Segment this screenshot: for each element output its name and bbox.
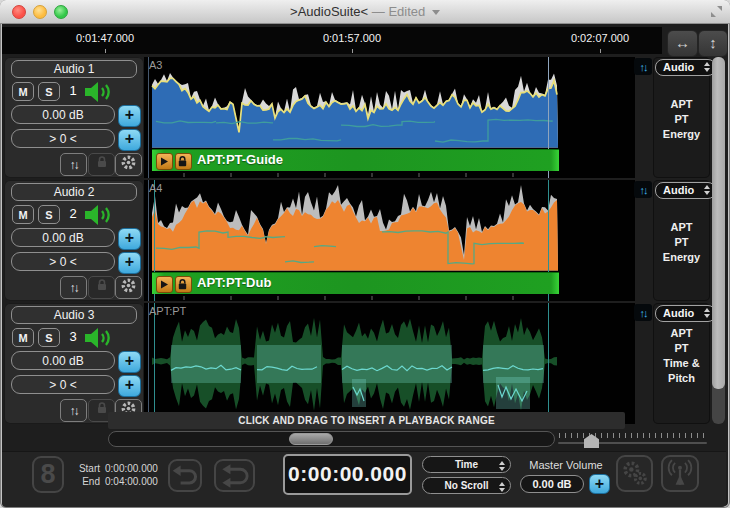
master-volume-plus-button[interactable]: + xyxy=(589,474,610,494)
waveform-display[interactable]: A3 APT:PT-Guide xyxy=(144,57,635,178)
track-number: 3 xyxy=(65,329,81,344)
vertical-scrollbar[interactable] xyxy=(712,57,725,424)
clip-lock-button[interactable] xyxy=(175,153,192,170)
pan-field[interactable]: > 0 < xyxy=(11,252,115,271)
plugin-select-value: Audio xyxy=(663,184,694,196)
master-volume-field[interactable]: 0.00 dB xyxy=(520,475,584,493)
window-title: >AudioSuite< — Edited xyxy=(0,4,730,19)
link-button[interactable]: 8 xyxy=(32,456,64,493)
timeline-ruler[interactable]: 0:01:47.000 0:01:57.000 0:02:07.000 xyxy=(2,27,662,54)
broadcast-button[interactable] xyxy=(661,455,699,492)
vertical-scrollbar-thumb[interactable] xyxy=(712,57,725,389)
speaker-icon[interactable] xyxy=(84,327,116,349)
horizontal-zoom-button[interactable]: ↔ xyxy=(667,30,698,57)
track-swap-button[interactable]: ↑↓ xyxy=(634,304,652,321)
gain-field[interactable]: 0.00 dB xyxy=(11,105,115,124)
gain-plus-button[interactable]: + xyxy=(118,105,141,127)
settings-button[interactable] xyxy=(115,153,142,176)
plugin-name: APTPT Time &Pitch xyxy=(653,326,710,386)
zoom-slider-track[interactable] xyxy=(558,442,707,444)
gain-field[interactable]: 0.00 dB xyxy=(11,228,115,247)
play-icon xyxy=(157,155,170,168)
track-name-button[interactable]: Audio 1 xyxy=(11,60,137,78)
clip-lock-button[interactable] xyxy=(175,276,192,293)
ruler-timestamp: 0:02:07.000 xyxy=(571,32,629,44)
pan-plus-button[interactable]: + xyxy=(118,375,141,397)
loop-icon xyxy=(216,461,253,490)
mute-button[interactable]: M xyxy=(12,205,34,224)
reorder-button[interactable]: ↑↓ xyxy=(60,276,87,299)
broadcast-icon xyxy=(663,457,697,490)
speaker-icon[interactable] xyxy=(84,204,116,226)
end-label: End xyxy=(70,475,100,488)
clip-play-button[interactable] xyxy=(156,153,173,170)
lock-button[interactable] xyxy=(88,276,115,299)
gain-field[interactable]: 0.00 dB xyxy=(11,351,115,370)
select-arrows-icon xyxy=(704,62,710,72)
track-swap-button[interactable]: ↑↓ xyxy=(634,181,652,198)
updown-arrows-icon: ↑↓ xyxy=(70,158,78,172)
undo-button[interactable] xyxy=(168,459,202,492)
plugin-name: APTPT Energy xyxy=(653,220,710,265)
time-display[interactable]: 0:00:00.000 xyxy=(283,454,412,495)
solo-button[interactable]: S xyxy=(38,82,60,101)
zoom-slider-ticks xyxy=(559,433,706,438)
loop-button[interactable] xyxy=(214,459,255,492)
scroll-mode-select[interactable]: No Scroll xyxy=(422,477,511,494)
mute-button[interactable]: M xyxy=(12,328,34,347)
pan-field[interactable]: > 0 < xyxy=(11,375,115,394)
fullscreen-icon[interactable] xyxy=(710,5,723,18)
updown-arrows-icon: ↑↓ xyxy=(70,281,78,295)
waveform-display[interactable]: A4 APT:PT-Dub xyxy=(144,180,635,301)
playback-range-bar[interactable]: CLICK AND DRAG TO INSERT A PLAYBACK RANG… xyxy=(108,412,625,429)
plugin-select[interactable]: Audio xyxy=(655,59,716,76)
lock-icon xyxy=(95,278,109,292)
horizontal-scrollbar-thumb[interactable] xyxy=(289,433,333,445)
plugin-select-value: Audio xyxy=(663,307,694,319)
solo-button[interactable]: S xyxy=(38,205,60,224)
settings-button[interactable] xyxy=(616,455,653,492)
range-times: Start0:00:00.000 End0:04:00.000 xyxy=(70,462,158,488)
plugin-select[interactable]: Audio xyxy=(655,305,716,322)
lock-button[interactable] xyxy=(88,153,115,176)
ruler-tick xyxy=(352,49,353,53)
waveform-label: APT:PT xyxy=(149,305,186,317)
edited-status: — Edited xyxy=(372,4,425,19)
title-dropdown-icon[interactable] xyxy=(432,10,440,15)
track-number: 1 xyxy=(65,83,81,98)
plugin-panel: Audio APTPT Energy xyxy=(653,57,710,178)
waveform-display[interactable]: APT:PT xyxy=(144,303,635,424)
gain-plus-button[interactable]: + xyxy=(118,351,141,373)
pan-field[interactable]: > 0 < xyxy=(11,129,115,148)
updown-arrows-icon: ↑↓ xyxy=(640,61,647,73)
select-arrows-icon xyxy=(499,461,505,471)
lock-icon xyxy=(176,155,189,168)
clip-bar[interactable]: APT:PT-Dub xyxy=(152,272,559,294)
clip-play-button[interactable] xyxy=(156,276,173,293)
time-mode-select[interactable]: Time xyxy=(422,456,511,473)
horizontal-scrollbar[interactable] xyxy=(108,431,555,447)
reorder-button[interactable]: ↑↓ xyxy=(60,153,87,176)
mute-button[interactable]: M xyxy=(12,82,34,101)
pan-plus-button[interactable]: + xyxy=(118,129,141,151)
settings-button[interactable] xyxy=(115,276,142,299)
title-bar: >AudioSuite< — Edited xyxy=(0,0,730,24)
track-controls: Audio 2 M S 2 0.00 dB + > 0 < + ↑↓ xyxy=(4,180,144,301)
speaker-icon[interactable] xyxy=(84,81,116,103)
lock-icon xyxy=(95,155,109,169)
clip-bar[interactable]: APT:PT-Guide xyxy=(152,149,559,171)
track-name-button[interactable]: Audio 3 xyxy=(11,306,137,324)
pan-plus-button[interactable]: + xyxy=(118,252,141,274)
plugin-select[interactable]: Audio xyxy=(655,182,716,199)
reorder-button[interactable]: ↑↓ xyxy=(60,399,87,422)
app-title: >AudioSuite< xyxy=(290,4,368,19)
track-name-button[interactable]: Audio 2 xyxy=(11,183,137,201)
plugin-select-value: Audio xyxy=(663,61,694,73)
track-swap-button[interactable]: ↑↓ xyxy=(634,58,652,75)
track-row: Audio 3 M S 3 0.00 dB + > 0 < + ↑↓ APT:P… xyxy=(2,303,726,424)
gain-plus-button[interactable]: + xyxy=(118,228,141,250)
vertical-zoom-button[interactable]: ↕ xyxy=(698,30,728,57)
solo-button[interactable]: S xyxy=(38,328,60,347)
ruler-tick xyxy=(105,49,106,53)
clip-label: APT:PT-Guide xyxy=(197,152,283,167)
